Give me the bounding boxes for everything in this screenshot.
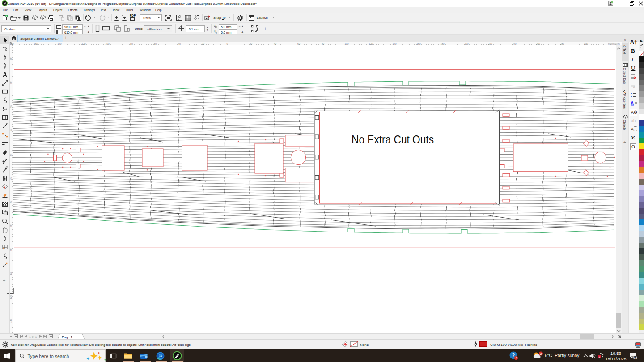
svg-text:1 of 1: 1 of 1 bbox=[29, 335, 37, 338]
svg-text:10: 10 bbox=[634, 356, 637, 359]
svg-text:A: A bbox=[623, 44, 626, 48]
svg-text:A: A bbox=[633, 85, 636, 89]
svg-text:2: 2 bbox=[540, 352, 542, 356]
svg-text:A: A bbox=[631, 101, 634, 106]
svg-text:No Extra Cut Outs: No Extra Cut Outs bbox=[352, 133, 434, 146]
